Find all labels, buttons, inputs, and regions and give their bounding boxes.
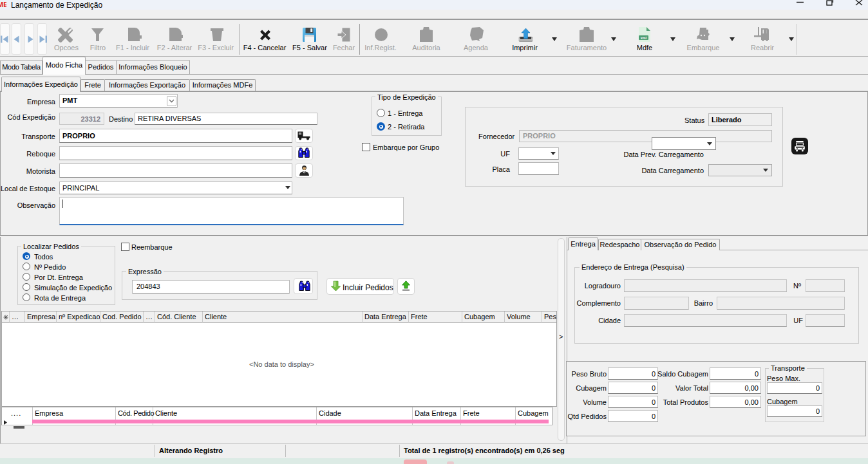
svg-text:xml: xml — [641, 36, 647, 40]
